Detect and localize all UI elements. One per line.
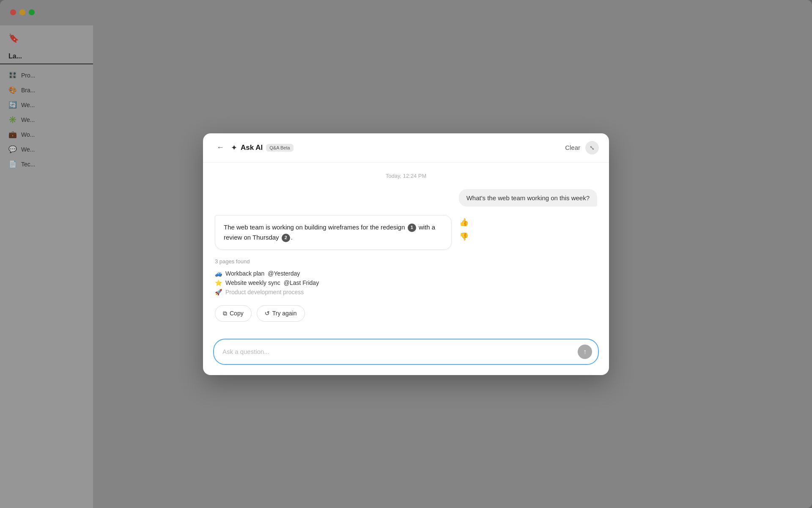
page-date-0: @Yesterday [268,270,300,277]
chat-timestamp: Today, 12:24 PM [215,173,597,179]
citation-2[interactable]: 2 [282,234,290,242]
send-icon: ↑ [583,348,587,356]
ai-response: The web team is working on building wire… [215,215,597,250]
thumbs-up-button[interactable]: 👍 [458,217,469,228]
user-message: What's the web team working on this week… [215,189,597,207]
beta-badge: Q&A Beta [266,144,293,152]
pages-count: 3 pages found [215,258,597,265]
page-icon-0: 🚙 [215,270,222,277]
modal-footer: ↑ [203,332,609,375]
thumbs-down-button[interactable]: 👎 [458,231,469,242]
pages-found-section: 3 pages found 🚙 Workback plan @Yesterday… [215,258,597,297]
ai-bubble: The web team is working on building wire… [215,215,452,250]
back-button[interactable]: ← [213,141,228,154]
collapse-icon: ⤡ [590,144,595,151]
citation-1[interactable]: 1 [408,224,416,232]
user-bubble: What's the web team working on this week… [459,189,597,207]
clear-button[interactable]: Clear [565,144,580,151]
copy-label: Copy [230,310,244,317]
page-title-0: Workback plan [225,270,264,277]
page-title-2: Product development process [225,289,304,295]
try-again-icon: ↺ [265,310,270,317]
page-icon-1: ⭐ [215,279,222,286]
page-link-0[interactable]: 🚙 Workback plan @Yesterday [215,269,597,278]
collapse-button[interactable]: ⤡ [585,141,599,155]
ai-feedback-buttons: 👍 👎 [458,215,469,242]
send-button[interactable]: ↑ [578,345,592,359]
chat-input[interactable] [222,348,578,355]
page-link-1[interactable]: ⭐ Website weekly sync @Last Friday [215,278,597,287]
ai-response-text-3: . [291,234,293,241]
page-date-1: @Last Friday [284,279,319,286]
modal-overlay: ← ✦ Ask AI Q&A Beta Clear ⤡ Today, 12:24… [0,0,812,508]
page-link-2[interactable]: 🚀 Product development process [215,287,597,297]
modal-header: ← ✦ Ask AI Q&A Beta Clear ⤡ [203,133,609,163]
ask-ai-modal: ← ✦ Ask AI Q&A Beta Clear ⤡ Today, 12:24… [203,133,609,375]
try-again-label: Try again [272,310,297,317]
modal-title: Ask AI [241,144,263,152]
header-actions: Clear ⤡ [565,141,599,155]
action-buttons: ⧉ Copy ↺ Try again [215,305,597,322]
copy-icon: ⧉ [223,310,227,317]
modal-body: Today, 12:24 PM What's the web team work… [203,163,609,332]
copy-button[interactable]: ⧉ Copy [215,305,252,322]
header-title-area: ✦ Ask AI Q&A Beta [231,143,565,152]
page-icon-2: 🚀 [215,289,222,295]
ai-response-text-1: The web team is working on building wire… [224,224,407,231]
try-again-button[interactable]: ↺ Try again [257,305,305,322]
page-title-1: Website weekly sync [225,279,280,286]
input-area: ↑ [213,339,599,365]
ai-sparkle-icon: ✦ [231,143,237,152]
